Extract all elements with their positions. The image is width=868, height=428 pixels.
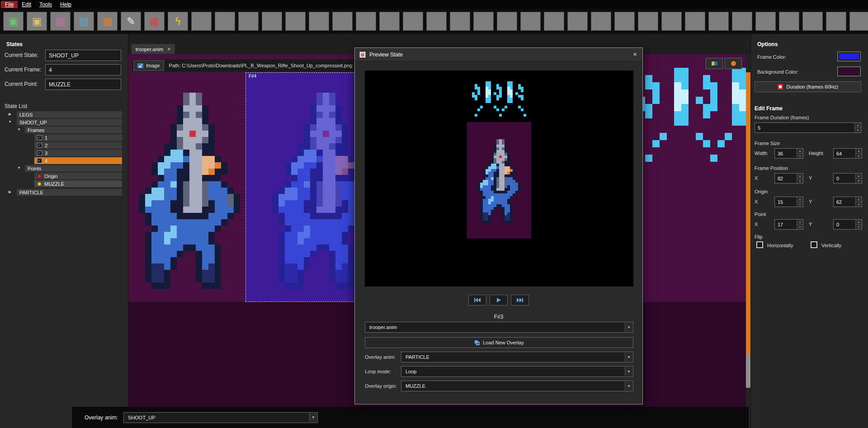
toolbar-empty-slot <box>685 12 705 31</box>
export-button[interactable]: ▩ <box>97 12 118 31</box>
current-point-input[interactable]: MUZZLE <box>45 79 121 90</box>
tab-trooper-anim[interactable]: trooper.anim × <box>131 44 175 54</box>
tree-item-frame-1[interactable]: ✓ 1 <box>0 134 128 141</box>
edit-button[interactable]: ✎ <box>121 12 141 31</box>
duration-icon <box>778 84 783 89</box>
spin-down-icon[interactable]: ▼ <box>855 128 861 132</box>
flip-horizontal-checkbox[interactable] <box>756 241 763 248</box>
spin-up-icon[interactable]: ▲ <box>856 197 862 202</box>
spin-down-icon[interactable]: ▼ <box>856 202 862 207</box>
tree-item-legs[interactable]: ▶ LEGS <box>0 111 128 118</box>
spin-up-icon[interactable]: ▲ <box>856 220 862 225</box>
tree-item-shoot-up[interactable]: ▼ SHOOT_UP <box>0 119 128 126</box>
scrollbar-thumb[interactable] <box>746 72 750 354</box>
dialog-title-bar[interactable]: ▦ Preview State × <box>355 48 642 61</box>
spin-up-icon[interactable]: ▲ <box>797 174 803 179</box>
save-as-button[interactable]: ▨ <box>74 12 94 31</box>
chevron-right-icon[interactable]: ▶ <box>7 113 13 116</box>
tree-item-frame-3[interactable]: ✓ 3 <box>0 150 128 156</box>
tree-item-origin[interactable]: Origin <box>0 173 128 179</box>
frame-position-x-stepper[interactable]: 82 ▲▼ <box>774 173 803 183</box>
chevron-right-icon[interactable]: ▶ <box>7 190 13 194</box>
point-x-stepper[interactable]: 17 ▲▼ <box>774 219 803 230</box>
overlay-origin-select[interactable]: MUZZLE ▼ <box>401 381 633 391</box>
tree-item-muzzle[interactable]: MUZZLE <box>0 180 128 187</box>
chevron-down-icon[interactable]: ▼ <box>16 128 22 132</box>
chevron-down-icon: ▼ <box>625 323 632 332</box>
overlay-anim-select[interactable]: SHOOT_UP ▼ <box>123 412 318 423</box>
scrollbar-thumb-secondary[interactable] <box>746 354 750 388</box>
overlay-anim-dialog-select[interactable]: PARTICLE ▼ <box>401 352 633 362</box>
spin-up-icon[interactable]: ▲ <box>856 149 862 154</box>
tree-item-particle[interactable]: ▶ PARTICLE <box>0 189 128 196</box>
spin-down-icon[interactable]: ▼ <box>797 179 803 183</box>
chevron-down-icon: ▼ <box>625 381 632 390</box>
spin-up-icon[interactable]: ▲ <box>797 220 803 225</box>
menu-edit[interactable]: Edit <box>18 1 35 8</box>
tree-item-frame-4-selected[interactable]: ✓ 4 <box>0 157 128 164</box>
width-value: 36 <box>778 151 783 156</box>
frame-size-label: Frame Size <box>755 141 780 146</box>
width-stepper[interactable]: 36 ▲▼ <box>774 148 803 159</box>
frame-position-y-stepper[interactable]: 0 ▲▼ <box>833 173 862 183</box>
tree-item-label: 1 <box>45 135 47 141</box>
spin-down-icon[interactable]: ▼ <box>856 154 862 158</box>
frame-checkbox[interactable]: ✓ <box>37 151 42 155</box>
origin-x-stepper[interactable]: 15 ▲▼ <box>774 197 803 207</box>
spin-up-icon[interactable]: ▲ <box>855 123 861 128</box>
open-file-button[interactable]: ▣ <box>27 12 47 31</box>
close-dialog-icon[interactable]: × <box>633 50 637 58</box>
background-toggle-button[interactable] <box>706 58 723 69</box>
tree-item-points[interactable]: ▼ Points <box>0 165 128 172</box>
chevron-down-icon[interactable]: ▼ <box>7 120 13 124</box>
tree-item-frames[interactable]: ▼ Frames <box>0 127 128 133</box>
play-button[interactable] <box>490 295 508 306</box>
spin-down-icon[interactable]: ▼ <box>797 154 803 158</box>
origin-y-stepper[interactable]: 62 ▲▼ <box>833 197 862 207</box>
loop-mode-select[interactable]: Loop ▼ <box>401 366 633 377</box>
image-toolbar: Image Path: C:\Users\Proto\Downloads\PL_… <box>131 59 363 72</box>
sprite-sheet-button[interactable]: ▦ <box>144 12 165 31</box>
toolbar-empty-slot <box>661 12 682 31</box>
close-tab-icon[interactable]: × <box>167 46 170 52</box>
tree-item-label: 4 <box>45 158 47 164</box>
onion-skin-button[interactable] <box>725 58 742 69</box>
frame-color-swatch[interactable] <box>837 52 861 61</box>
spin-down-icon[interactable]: ▼ <box>797 202 803 207</box>
tree-item-frame-2[interactable]: ✓ 2 <box>0 142 128 149</box>
spin-up-icon[interactable]: ▲ <box>797 197 803 202</box>
menu-file[interactable]: File <box>1 1 18 8</box>
image-path: Path: C:\Users\Proto\Downloads\PL_B_Weap… <box>169 63 353 68</box>
spin-down-icon[interactable]: ▼ <box>856 179 862 183</box>
quick-action-button[interactable]: ϟ <box>168 12 188 31</box>
load-new-overlay-button[interactable]: Load New Overlay <box>365 337 633 348</box>
toolbar-empty-slot <box>567 12 588 31</box>
spin-down-icon[interactable]: ▼ <box>856 225 862 229</box>
flip-vertical-checkbox[interactable] <box>811 241 817 248</box>
spin-down-icon[interactable]: ▼ <box>797 225 803 229</box>
image-button[interactable]: Image <box>133 60 164 71</box>
frame-duration-stepper[interactable]: 5 ▲▼ <box>755 122 861 133</box>
skip-start-button[interactable] <box>468 295 486 306</box>
menu-help[interactable]: Help <box>56 1 75 8</box>
vertical-scrollbar[interactable] <box>746 54 750 428</box>
duration-button[interactable]: Duration (frames 60Hz) <box>755 81 861 92</box>
frame-color-fill <box>839 53 859 60</box>
height-stepper[interactable]: 64 ▲▼ <box>833 148 862 159</box>
frame-checkbox[interactable]: ✓ <box>37 135 42 140</box>
frame-checkbox[interactable]: ✓ <box>37 143 42 148</box>
new-file-button[interactable]: ▣ <box>3 12 24 31</box>
background-color-swatch[interactable] <box>837 66 861 76</box>
menu-tools[interactable]: Tools <box>35 1 56 8</box>
current-state-input[interactable]: SHOOT_UP <box>45 50 121 61</box>
frame-checkbox[interactable]: ✓ <box>37 158 42 163</box>
current-frame-input[interactable]: 4 <box>45 64 121 75</box>
point-y-stepper[interactable]: 0 ▲▼ <box>833 219 862 230</box>
save-button[interactable]: ▨ <box>50 12 71 31</box>
skip-end-button[interactable] <box>511 295 529 306</box>
preview-anim-select[interactable]: trooper.anim ▼ <box>365 322 633 333</box>
toolbar-empty-slot <box>591 12 611 31</box>
chevron-down-icon[interactable]: ▼ <box>16 166 22 170</box>
spin-up-icon[interactable]: ▲ <box>797 149 803 154</box>
spin-up-icon[interactable]: ▲ <box>856 174 862 179</box>
